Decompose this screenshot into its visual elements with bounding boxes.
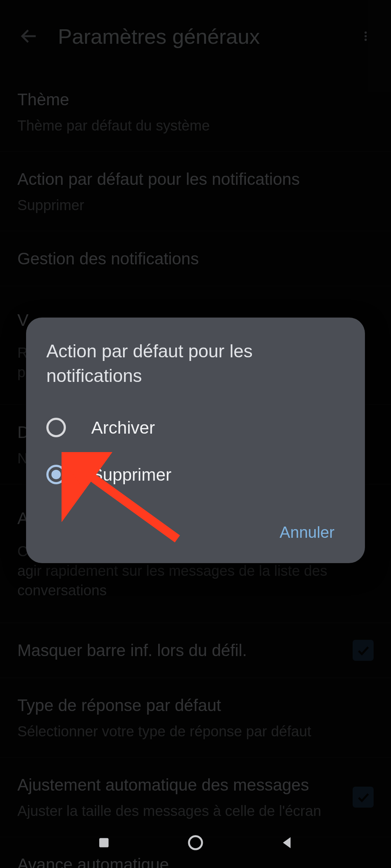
triangle-left-icon <box>279 834 295 851</box>
option-label: Archiver <box>91 418 155 438</box>
svg-marker-9 <box>283 837 291 848</box>
svg-point-8 <box>189 836 202 849</box>
default-notification-action-dialog: Action par défaut pour les notifications… <box>26 318 365 563</box>
square-icon <box>96 835 112 851</box>
radio-unselected-icon <box>46 418 66 437</box>
cancel-button[interactable]: Annuler <box>269 516 345 549</box>
nav-back-button[interactable] <box>274 830 300 855</box>
android-nav-bar <box>0 817 391 868</box>
circle-icon <box>186 833 205 852</box>
svg-rect-7 <box>99 838 109 847</box>
option-delete[interactable]: Supprimer <box>46 451 345 498</box>
radio-selected-icon <box>46 465 66 484</box>
nav-home-button[interactable] <box>183 830 208 855</box>
dialog-actions: Annuler <box>46 516 345 549</box>
dialog-title: Action par défaut pour les notifications <box>46 339 345 388</box>
nav-recent-button[interactable] <box>91 830 117 855</box>
option-archive[interactable]: Archiver <box>46 404 345 451</box>
option-label: Supprimer <box>91 465 171 485</box>
